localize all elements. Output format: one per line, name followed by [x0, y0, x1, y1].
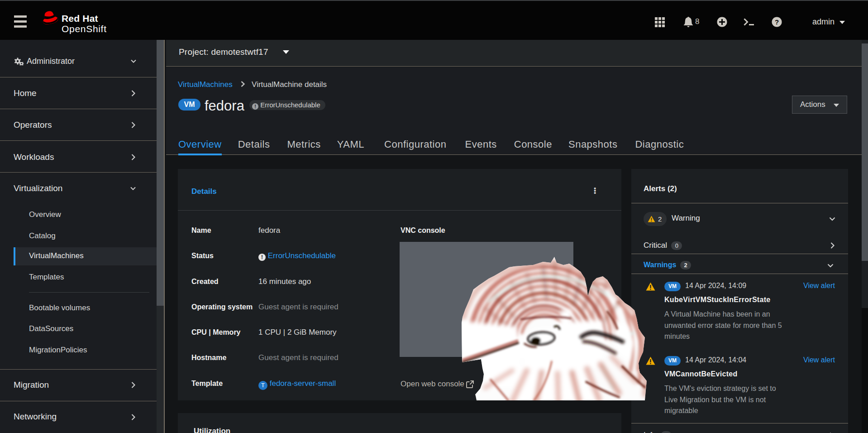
- svg-text:?: ?: [775, 18, 779, 26]
